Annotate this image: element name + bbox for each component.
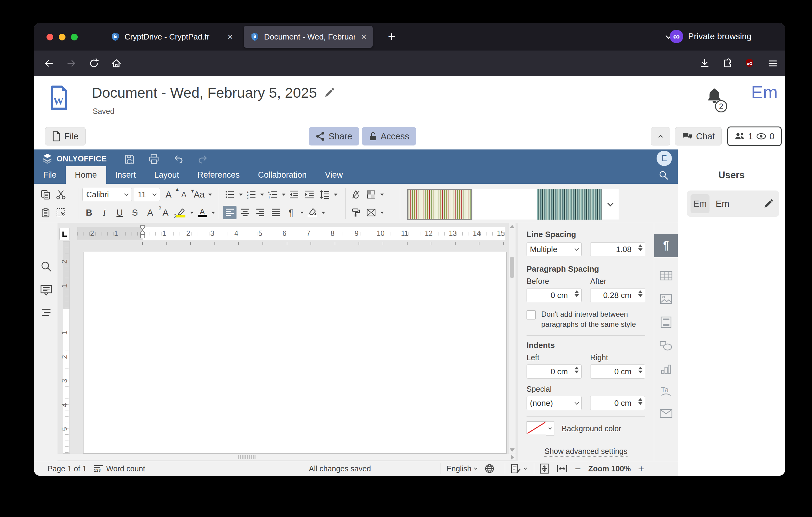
bullets-icon[interactable] bbox=[223, 188, 236, 201]
chat-button[interactable]: Chat bbox=[675, 127, 722, 145]
table-shading-caret[interactable] bbox=[380, 194, 384, 196]
editor-search-icon[interactable] bbox=[658, 170, 669, 181]
editor-user-avatar[interactable]: E bbox=[657, 151, 672, 166]
align-right-button[interactable] bbox=[254, 206, 267, 219]
scroll-down-arrow[interactable] bbox=[510, 448, 515, 452]
tab-collaboration[interactable]: Collaboration bbox=[249, 166, 316, 184]
header-footer-settings-icon[interactable] bbox=[654, 310, 678, 334]
bullets-caret[interactable] bbox=[239, 194, 242, 196]
indent-right-input[interactable]: 0 cm bbox=[590, 364, 645, 379]
spellcheck-control[interactable] bbox=[511, 461, 526, 475]
line-spacing-icon[interactable] bbox=[318, 188, 331, 201]
horizontal-ruler[interactable]: 21123456789101112131415 bbox=[77, 227, 505, 240]
new-tab-button[interactable]: + bbox=[383, 28, 400, 45]
decrease-font-icon[interactable]: A▼ bbox=[177, 188, 191, 201]
reload-icon[interactable] bbox=[88, 58, 100, 69]
scroll-up-arrow[interactable] bbox=[510, 225, 515, 228]
extensions-icon[interactable] bbox=[721, 58, 733, 69]
menu-hamburger-icon[interactable] bbox=[767, 58, 779, 69]
shape-settings-icon[interactable] bbox=[654, 334, 678, 358]
zoom-level[interactable]: Zoom 100% bbox=[588, 464, 631, 473]
tab-view[interactable]: View bbox=[316, 166, 352, 184]
mac-zoom-button[interactable] bbox=[71, 34, 78, 40]
change-case-caret[interactable] bbox=[208, 194, 212, 196]
styles-gallery-expand[interactable] bbox=[602, 189, 619, 220]
share-button[interactable]: Share bbox=[309, 127, 359, 145]
paragraph-shading-button[interactable] bbox=[306, 206, 319, 219]
zoom-out-button[interactable]: − bbox=[575, 463, 581, 475]
superscript-button[interactable]: A2 bbox=[144, 206, 157, 219]
document-canvas[interactable] bbox=[58, 223, 508, 454]
chart-settings-icon[interactable] bbox=[654, 358, 678, 381]
nonprinting-chars-button[interactable]: ¶ bbox=[284, 206, 298, 219]
home-icon[interactable] bbox=[111, 58, 122, 69]
background-color-picker[interactable] bbox=[526, 421, 554, 436]
globe-icon[interactable] bbox=[484, 463, 495, 474]
align-left-button[interactable] bbox=[223, 206, 236, 219]
multilevel-list-icon[interactable]: 1i bbox=[266, 188, 279, 201]
highlight-caret[interactable] bbox=[190, 212, 194, 214]
downloads-icon[interactable] bbox=[699, 58, 710, 69]
word-count-button[interactable]: 123 Word count bbox=[94, 461, 145, 475]
scroll-right-arrow[interactable] bbox=[511, 455, 514, 460]
language-selector[interactable]: English bbox=[446, 461, 495, 475]
italic-button[interactable]: I bbox=[97, 206, 111, 219]
font-name-select[interactable]: Calibri bbox=[82, 188, 132, 201]
shading-caret[interactable] bbox=[322, 212, 325, 214]
indent-left-input[interactable]: 0 cm bbox=[526, 364, 582, 379]
mail-merge-caret[interactable] bbox=[380, 212, 384, 214]
document-title[interactable]: Document - Wed, February 5, 2025 bbox=[92, 84, 317, 101]
justify-button[interactable] bbox=[269, 206, 282, 219]
font-color-caret[interactable] bbox=[211, 212, 215, 214]
vertical-scrollbar[interactable] bbox=[508, 223, 516, 454]
user-count-indicator[interactable]: 1 0 bbox=[727, 127, 782, 146]
decrease-indent-icon[interactable] bbox=[287, 188, 301, 201]
tab-layout[interactable]: Layout bbox=[145, 166, 188, 184]
ublock-origin-icon[interactable]: uO bbox=[744, 58, 755, 69]
comments-icon[interactable] bbox=[40, 284, 52, 296]
page-indicator[interactable]: Page 1 of 1 bbox=[48, 461, 87, 475]
style-preview-no-spacing[interactable] bbox=[472, 189, 537, 220]
align-center-button[interactable] bbox=[238, 206, 252, 219]
table-shading-icon[interactable] bbox=[365, 188, 378, 201]
clear-style-icon[interactable] bbox=[349, 188, 362, 201]
tab-file[interactable]: File bbox=[34, 166, 66, 184]
mail-merge-settings-icon[interactable] bbox=[654, 402, 678, 425]
tab-close-icon[interactable]: × bbox=[227, 31, 233, 42]
forward-icon[interactable] bbox=[65, 58, 77, 69]
tab-close-icon[interactable]: × bbox=[361, 31, 367, 42]
bold-button[interactable]: B bbox=[82, 206, 96, 219]
user-list-item[interactable]: Em Em bbox=[687, 191, 779, 217]
increase-indent-icon[interactable] bbox=[302, 188, 316, 201]
tab-stop-selector[interactable] bbox=[59, 228, 70, 240]
mail-merge-icon[interactable] bbox=[365, 206, 378, 219]
subscript-button[interactable]: A2 bbox=[159, 206, 172, 219]
text-art-settings-icon[interactable]: Ta bbox=[654, 380, 678, 403]
edit-user-pencil-icon[interactable] bbox=[763, 198, 774, 209]
fit-page-icon[interactable] bbox=[540, 463, 549, 474]
copy-icon[interactable] bbox=[39, 188, 52, 201]
file-button[interactable]: File bbox=[45, 127, 86, 145]
line-spacing-caret[interactable] bbox=[334, 194, 338, 196]
spacing-after-input[interactable]: 0.28 cm bbox=[590, 288, 645, 302]
horizontal-scroll-thumb[interactable] bbox=[238, 455, 256, 459]
special-amount-input[interactable]: 0 cm bbox=[590, 396, 645, 410]
tab-home[interactable]: Home bbox=[66, 166, 106, 184]
account-avatar[interactable]: Em bbox=[751, 82, 778, 102]
edit-title-pencil-icon[interactable] bbox=[324, 87, 335, 98]
print-icon[interactable] bbox=[148, 153, 160, 165]
style-preview-heading[interactable] bbox=[537, 189, 602, 220]
font-size-select[interactable]: 11 bbox=[134, 188, 160, 201]
numbering-caret[interactable] bbox=[260, 194, 264, 196]
vertical-ruler[interactable]: 2112345 bbox=[63, 241, 70, 454]
mac-close-button[interactable] bbox=[47, 34, 53, 40]
collapse-toolbar-button[interactable] bbox=[651, 127, 670, 145]
multilevel-caret[interactable] bbox=[282, 194, 286, 196]
access-button[interactable]: Access bbox=[362, 127, 416, 145]
undo-icon[interactable] bbox=[172, 153, 184, 165]
table-settings-icon[interactable] bbox=[654, 264, 678, 287]
numbering-icon[interactable]: 123 bbox=[244, 188, 258, 201]
background-color-caret[interactable] bbox=[546, 421, 554, 436]
document-page[interactable] bbox=[83, 252, 507, 454]
vertical-scroll-thumb[interactable] bbox=[510, 257, 514, 278]
